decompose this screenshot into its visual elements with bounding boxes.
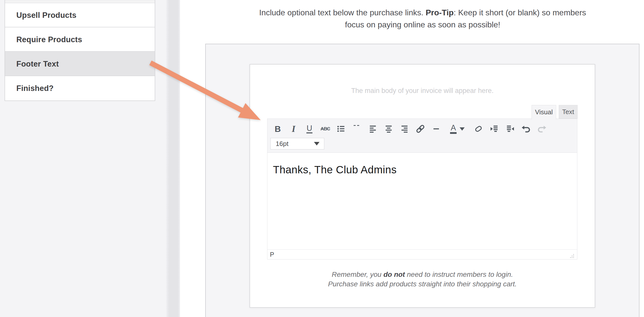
align-center-icon[interactable] xyxy=(383,123,394,135)
chevron-down-icon xyxy=(460,127,465,131)
sidebar-item-finished[interactable]: Finished? xyxy=(5,76,155,100)
editor-toolbar: B I U ABC “ xyxy=(267,119,577,153)
tab-visual[interactable]: Visual xyxy=(532,105,556,119)
invoice-body-placeholder: The main body of your invoice will appea… xyxy=(250,87,595,95)
footnote-line2: Purchase links add products straight int… xyxy=(328,280,517,288)
undo-icon[interactable] xyxy=(521,123,531,135)
sidebar-item-upsell-products[interactable]: Upsell Products xyxy=(5,3,155,27)
blockquote-icon[interactable]: “ xyxy=(352,123,362,135)
horizontal-rule-icon[interactable] xyxy=(431,123,441,135)
tab-text[interactable]: Text xyxy=(559,105,578,119)
link-icon[interactable] xyxy=(415,123,426,135)
footnote-line1-post: need to instruct members to login. xyxy=(405,271,513,278)
instruction-text: Include optional text below the purchase… xyxy=(226,7,619,31)
content-divider-strip xyxy=(166,0,180,317)
element-path-label: P xyxy=(270,251,274,258)
strikethrough-icon[interactable]: ABC xyxy=(320,123,331,135)
instruction-line1-post: : Keep it short (or blank) so members xyxy=(454,8,586,17)
bullet-list-icon[interactable] xyxy=(336,123,346,135)
editor-body-text: Thanks, The Club Admins xyxy=(273,164,571,176)
editor-content-area[interactable]: Thanks, The Club Admins xyxy=(267,153,577,249)
editor-status-bar: P xyxy=(267,249,577,259)
align-left-icon[interactable] xyxy=(368,123,378,135)
indent-icon[interactable] xyxy=(505,123,515,135)
bold-icon[interactable]: B xyxy=(272,123,283,135)
redo-icon[interactable] xyxy=(537,123,547,135)
rich-text-editor: B I U ABC “ xyxy=(267,119,577,259)
underline-icon[interactable]: U xyxy=(304,123,315,135)
remove-format-icon[interactable] xyxy=(473,123,484,135)
sidebar-item-footer-text[interactable]: Footer Text xyxy=(5,52,155,76)
sidebar-item-require-products[interactable]: Require Products xyxy=(5,27,155,52)
footnote-line1-bold: do not xyxy=(383,271,405,278)
instruction-line2: focus on paying online as soon as possib… xyxy=(345,20,500,29)
text-color-icon[interactable]: A xyxy=(447,123,468,135)
chevron-down-icon xyxy=(314,142,319,145)
footnote-line1-pre: Remember, you xyxy=(332,271,383,278)
resize-grabber-icon[interactable] xyxy=(569,253,575,259)
instruction-protip: Pro-Tip xyxy=(426,8,454,17)
font-size-dropdown[interactable]: 16pt xyxy=(270,138,324,149)
align-right-icon[interactable] xyxy=(399,123,410,135)
editor-footnote: Remember, you do not need to instruct me… xyxy=(250,270,595,289)
outdent-icon[interactable] xyxy=(489,123,500,135)
italic-icon[interactable]: I xyxy=(288,123,299,135)
wizard-step-sidebar: Upsell Products Require Products Footer … xyxy=(5,3,155,101)
instruction-line1-pre: Include optional text below the purchase… xyxy=(259,8,426,17)
font-size-value: 16pt xyxy=(276,140,289,148)
